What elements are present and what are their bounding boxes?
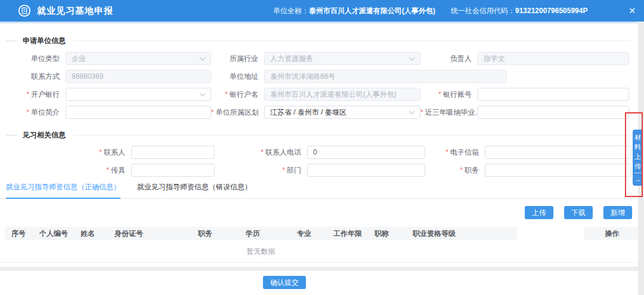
chevron-down-icon [200,55,206,61]
section-dash [6,41,17,41]
teacher-table: 序号 个人编号 姓名 身份证号 职务 学历 专业 工作年限 职称 职业资格等级 … [0,227,638,263]
district-cascader[interactable]: 江苏省 / 泰州市 / 姜堰区 [264,106,420,119]
required-mark: * [26,108,29,116]
industry-label: 所属行业 [211,54,264,64]
label-text: 单位类型 [31,54,60,63]
header-unit-info: 单位全称：泰州市百川人才派遣有限公司(人事外包) 统一社会信用代码：913212… [273,0,587,21]
column-header: 职业资格等级 [413,229,517,239]
contact-phone-input[interactable] [307,146,425,159]
industry-select: 人力资源服务 [264,52,420,65]
close-icon[interactable]: ✕ [625,0,639,21]
side-tab-divider [634,173,641,173]
email-label: *电子信箱 [425,148,485,158]
form-row: 单位类型 企业 所属行业 人力资源服务 负责人 [0,52,644,65]
empty-data-text: 暂无数据 [5,247,517,257]
form-row: *单位简介 *单位所属区划 江苏省 / 泰州市 / 姜堰区 *近三年吸纳毕业..… [0,106,644,119]
material-upload-side-tab[interactable]: 材料上传 → [633,130,643,186]
confirm-submit-button[interactable]: 确认提交 [263,276,306,289]
column-header: 专业 [297,229,333,239]
column-header: 个人编号 [39,229,80,239]
footer-bar: 确认提交 [0,271,644,295]
required-mark: * [282,166,285,174]
add-button[interactable]: 新增 [603,206,632,219]
graduates-input[interactable] [478,106,629,119]
main-content: 申请单位信息 单位类型 企业 所属行业 人力资源服务 负责人 联系方式 单位地址… [0,23,644,295]
download-button[interactable]: 下载 [564,206,593,219]
required-mark: * [106,166,109,174]
form-icon [18,4,31,17]
column-header: 职务 [198,229,246,239]
credit-code: 统一社会信用代码：91321200796505994P [451,6,587,16]
credit-code-label: 统一社会信用代码： [451,7,515,15]
section-divider [73,41,631,41]
unit-fullname: 单位全称：泰州市百川人才派遣有限公司(人事外包) [273,6,435,16]
column-header: 姓名 [80,229,114,239]
principal-label: 负责人 [420,54,478,64]
label-text: 电子信箱 [450,148,479,156]
column-header: 学历 [246,229,297,239]
contact-person-label: *联系人 [0,148,131,158]
unit-type-value: 企业 [72,54,86,64]
fax-label: *传真 [0,165,131,176]
contact-phone-label: *联系人电话 [215,148,307,158]
chevron-down-icon [200,91,206,97]
required-mark: * [460,166,463,174]
district-value: 江苏省 / 泰州市 / 姜堰区 [270,107,346,118]
graduates-label: *近三年吸纳毕业... [420,107,478,118]
card-bottom-padding [0,263,644,267]
column-header: 序号 [5,229,39,239]
position-label: *职务 [425,165,485,176]
label-text: 单位地址 [230,72,258,81]
bank-select[interactable] [66,88,211,101]
section-internship-info-title: 见习相关信息 [23,130,66,140]
required-mark: * [261,148,264,156]
intro-label: *单位简介 [0,107,66,118]
department-input[interactable] [307,164,425,177]
email-input[interactable] [485,146,631,159]
bank-label: *开户银行 [0,90,66,100]
page-gap [0,267,644,271]
district-label: *单位所属区划 [211,107,264,118]
position-input[interactable] [485,164,631,177]
unit-type-select: 企业 [66,52,211,65]
bank-account-no-label: *银行账号 [420,90,478,100]
intro-input[interactable] [66,106,211,119]
column-header: 工作年限 [333,229,374,239]
app-header: 就业见习基地申报 单位全称：泰州市百川人才派遣有限公司(人事外包) 统一社会信用… [0,0,644,21]
section-unit-info-header: 申请单位信息 [0,37,638,44]
required-mark: * [420,108,423,116]
label-text: 部门 [287,166,301,174]
required-mark: * [445,148,448,156]
label-text: 所属行业 [230,54,258,63]
form-row: *传真 *部门 *职务 [0,164,644,177]
unit-fullname-value: 泰州市百川人才派遣有限公司(人事外包) [309,7,435,15]
label-text: 负责人 [450,54,472,63]
required-mark: * [225,90,228,99]
form-row: *开户银行 *银行户名 *银行账号 [0,88,644,101]
section-internship-info-header: 见习相关信息 [0,131,638,139]
tab-correct-info[interactable]: 就业见习指导师资信息（正确信息） [6,182,120,199]
chevron-down-icon [409,55,415,61]
tab-error-info[interactable]: 就业见习指导师资信息（错误信息） [137,182,252,198]
label-text: 联系人电话 [265,148,301,156]
label-text: 单位所属区划 [216,108,259,116]
industry-value: 人力资源服务 [270,54,313,64]
contact-person-input[interactable] [131,146,215,159]
bank-account-name-input [264,88,420,101]
principal-input [478,52,629,65]
label-text: 传真 [111,166,125,174]
form-row: *联系人 *联系人电话 *电子信箱 [0,146,644,159]
department-label: *部门 [215,165,307,176]
label-text: 开户银行 [31,90,60,99]
label-text: 近三年吸纳毕业... [425,108,478,116]
required-mark: * [211,108,214,116]
upload-button[interactable]: 上传 [525,206,553,219]
credit-code-value: 91321200796505994P [515,7,587,15]
section-dash [6,135,17,136]
required-mark: * [438,90,441,99]
label-text: 联系方式 [31,72,60,81]
bank-account-no-input[interactable] [478,88,629,101]
fax-input[interactable] [131,164,215,177]
required-mark: * [99,148,102,156]
address-input [264,70,507,83]
